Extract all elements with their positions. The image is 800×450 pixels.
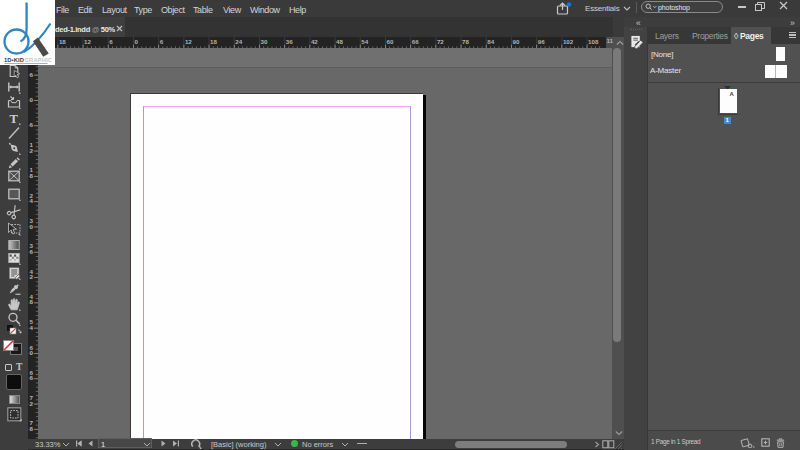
svg-text:4: 4 (30, 324, 34, 331)
svg-text:0: 0 (30, 223, 34, 230)
svg-text:6: 6 (30, 248, 34, 255)
svg-text:12: 12 (84, 38, 91, 45)
svg-text:6: 6 (109, 38, 113, 45)
svg-text:12: 12 (185, 38, 192, 45)
svg-text:54: 54 (361, 38, 368, 45)
svg-text:48: 48 (336, 38, 343, 45)
svg-text:102: 102 (563, 38, 574, 45)
svg-text:GRAPHIC: GRAPHIC (25, 57, 53, 63)
svg-text:18: 18 (59, 38, 66, 45)
svg-text:30: 30 (261, 38, 268, 45)
svg-text:1D•KID: 1D•KID (4, 57, 24, 63)
svg-text:8: 8 (30, 425, 34, 432)
svg-text:0: 0 (30, 96, 34, 103)
svg-text:84: 84 (487, 38, 494, 45)
svg-text:36: 36 (286, 38, 293, 45)
svg-text:108: 108 (588, 38, 599, 45)
svg-text:60: 60 (387, 38, 394, 45)
svg-text:0: 0 (30, 349, 34, 356)
svg-text:8: 8 (30, 298, 34, 305)
svg-text:2: 2 (30, 147, 34, 154)
svg-text:90: 90 (513, 38, 520, 45)
svg-text:8: 8 (30, 172, 34, 179)
svg-text:6: 6 (160, 38, 164, 45)
svg-text:6: 6 (30, 374, 34, 381)
svg-text:78: 78 (462, 38, 469, 45)
svg-text:6: 6 (30, 71, 34, 78)
svg-text:6: 6 (30, 121, 34, 128)
svg-text:18: 18 (210, 38, 217, 45)
svg-text:2: 2 (30, 400, 34, 407)
svg-text:2: 2 (30, 273, 34, 280)
svg-text:42: 42 (311, 38, 318, 45)
svg-text:0: 0 (135, 38, 139, 45)
svg-text:96: 96 (538, 38, 545, 45)
svg-text:66: 66 (412, 38, 419, 45)
svg-text:72: 72 (437, 38, 444, 45)
svg-text:4: 4 (30, 197, 34, 204)
svg-text:T: T (10, 112, 19, 126)
svg-text:24: 24 (235, 38, 242, 45)
